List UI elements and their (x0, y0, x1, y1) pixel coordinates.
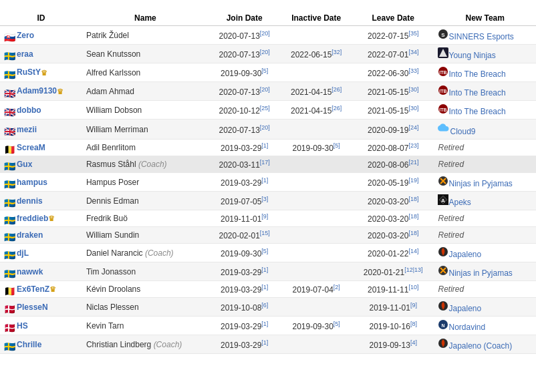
leave-ref[interactable]: [19] (408, 177, 418, 184)
leave-ref[interactable]: [21] (408, 159, 418, 166)
leave-ref[interactable]: [14] (408, 248, 418, 254)
join-ref[interactable]: [17] (260, 159, 270, 166)
join-ref[interactable]: [3] (261, 196, 268, 202)
new-team[interactable]: ITBInto The Breach (434, 63, 536, 82)
player-id-link[interactable]: draken (17, 230, 43, 240)
new-team[interactable]: SSINNERS Esports (434, 26, 536, 45)
new-team[interactable]: ITBInto The Breach (434, 101, 536, 120)
new-team[interactable]: Japaleno (434, 244, 536, 262)
player-id-link[interactable]: Ex6TenZ (17, 284, 49, 294)
join-ref[interactable]: [5] (261, 67, 268, 74)
player-id[interactable]: 🇸🇪Gux (0, 156, 82, 173)
player-id[interactable]: 🇸🇪dennis (0, 192, 82, 210)
player-id[interactable]: 🇸🇪djL (0, 244, 82, 262)
player-id-link[interactable]: Chrille (17, 340, 41, 349)
player-id[interactable]: 🇬🇧mezii (0, 120, 82, 140)
inactive-ref[interactable]: [26] (331, 105, 342, 112)
player-id[interactable]: 🇬🇧Adam9130♛ (0, 82, 82, 101)
new-team[interactable]: Cloud9 (434, 120, 536, 140)
leave-ref[interactable]: [18] (408, 196, 418, 202)
team-name[interactable]: SINNERS Esports (448, 32, 513, 41)
team-name[interactable]: Into The Breach (448, 69, 505, 79)
player-id-link[interactable]: dennis (17, 196, 43, 206)
inactive-ref[interactable]: [5] (333, 321, 340, 327)
team-name[interactable]: Japaleno (448, 250, 481, 259)
team-name[interactable]: Ninjas in Pyjamas (448, 179, 512, 188)
player-id-link[interactable]: mezii (17, 125, 37, 134)
leave-ref[interactable]: [34] (408, 49, 418, 55)
join-ref[interactable]: [1] (261, 321, 268, 327)
join-ref[interactable]: [1] (261, 266, 268, 273)
leave-ref[interactable]: [30] (408, 105, 418, 112)
leave-ref[interactable]: [18] (408, 213, 418, 220)
new-team[interactable]: Young Ninjas (434, 45, 536, 63)
leave-ref[interactable]: [10] (408, 284, 418, 290)
player-id[interactable]: 🇸🇪Chrille (0, 335, 82, 354)
player-id[interactable]: 🇸🇪freddieb♛ (0, 210, 82, 227)
leave-ref[interactable]: [24] (408, 124, 418, 131)
leave-ref[interactable]: [18] (408, 230, 418, 236)
player-id[interactable]: 🇸🇪draken (0, 227, 82, 244)
leave-ref[interactable]: [23] (408, 142, 418, 149)
player-id-link[interactable]: RuStY (17, 67, 41, 77)
leave-ref[interactable]: [9] (410, 302, 417, 309)
leave-ref[interactable]: [8] (410, 321, 417, 327)
player-id-link[interactable]: nawwk (17, 267, 43, 276)
player-id-link[interactable]: PlesseN (17, 303, 48, 312)
team-name[interactable]: Apeks (448, 198, 471, 207)
player-id[interactable]: 🇧🇪ScreaM (0, 140, 82, 156)
join-ref[interactable]: [20] (260, 124, 270, 131)
leave-ref[interactable]: [33] (408, 67, 418, 74)
new-team[interactable]: Japaleno (Coach) (434, 335, 536, 354)
player-id[interactable]: 🇬🇧dobbo (0, 101, 82, 120)
inactive-ref[interactable]: [5] (333, 142, 340, 149)
join-ref[interactable]: [1] (261, 177, 268, 184)
leave-ref[interactable]: [12|13] (404, 266, 422, 273)
join-ref[interactable]: [1] (261, 284, 268, 290)
join-ref[interactable]: [20] (260, 30, 270, 37)
inactive-ref[interactable]: [32] (331, 49, 342, 55)
join-ref[interactable]: [5] (261, 248, 268, 254)
player-id[interactable]: 🇩🇰HS (0, 317, 82, 335)
join-ref[interactable]: [20] (260, 86, 270, 93)
player-id[interactable]: 🇩🇰PlesseN (0, 298, 82, 317)
new-team[interactable]: AApeks (434, 192, 536, 210)
player-id-link[interactable]: djL (17, 248, 29, 258)
team-name[interactable]: Into The Breach (448, 107, 505, 116)
player-id-link[interactable]: HS (17, 321, 28, 331)
player-id[interactable]: 🇸🇪nawwk (0, 262, 82, 281)
join-ref[interactable]: [1] (261, 142, 268, 149)
player-id-link[interactable]: eraa (17, 49, 33, 59)
new-team[interactable]: ITBInto The Breach (434, 82, 536, 101)
new-team[interactable]: NNordavind (434, 317, 536, 335)
join-ref[interactable]: [6] (261, 302, 268, 309)
join-ref[interactable]: [9] (261, 213, 268, 220)
player-id[interactable]: 🇸🇪RuStY♛ (0, 63, 82, 82)
join-ref[interactable]: [25] (260, 105, 270, 112)
team-name[interactable]: Japaleno (448, 304, 481, 313)
team-name[interactable]: Young Ninjas (448, 51, 495, 60)
team-name[interactable]: Into The Breach (448, 88, 505, 97)
player-id[interactable]: 🇧🇪Ex6TenZ♛ (0, 281, 82, 298)
player-id-link[interactable]: Gux (17, 160, 32, 169)
new-team[interactable]: Japaleno (434, 298, 536, 317)
leave-ref[interactable]: [35] (408, 30, 418, 37)
join-ref[interactable]: [1] (261, 339, 268, 346)
new-team[interactable]: Ninjas in Pyjamas (434, 262, 536, 281)
leave-ref[interactable]: [4] (410, 339, 417, 346)
player-id-link[interactable]: hampus (17, 178, 47, 187)
player-id[interactable]: 🇸🇪hampus (0, 173, 82, 192)
player-id[interactable]: 🇸🇪eraa (0, 45, 82, 63)
player-id-link[interactable]: dobbo (17, 106, 41, 115)
team-name[interactable]: Japaleno (Coach) (448, 341, 512, 351)
join-ref[interactable]: [15] (260, 230, 270, 236)
player-id[interactable]: 🇸🇰Zero (0, 26, 82, 45)
team-name[interactable]: Ninjas in Pyjamas (448, 268, 512, 278)
team-name[interactable]: Nordavind (448, 323, 485, 332)
player-id-link[interactable]: Zero (17, 31, 34, 40)
new-team[interactable]: Ninjas in Pyjamas (434, 173, 536, 192)
player-id-link[interactable]: Adam9130 (17, 86, 57, 95)
player-id-link[interactable]: freddieb (17, 214, 48, 223)
player-id-link[interactable]: ScreaM (17, 143, 45, 152)
leave-ref[interactable]: [30] (408, 86, 418, 93)
